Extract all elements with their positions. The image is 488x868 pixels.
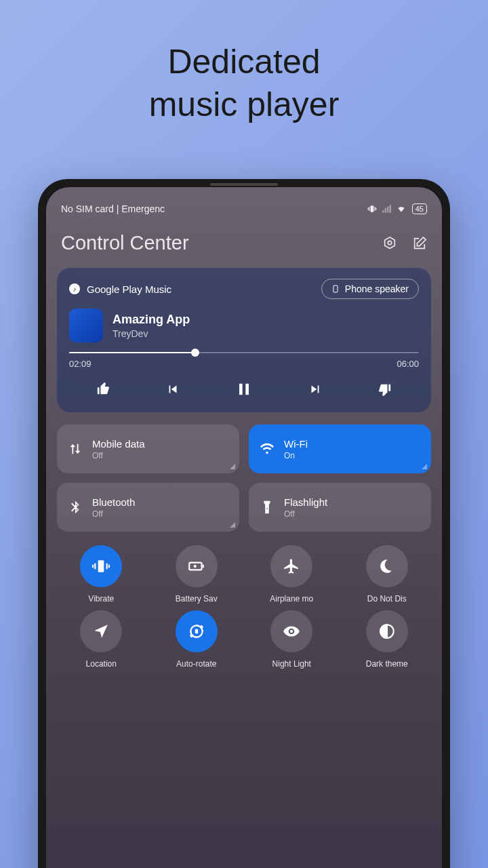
tile-mobile-data[interactable]: Mobile data Off <box>57 425 239 473</box>
signal-icon <box>381 204 392 214</box>
toggle-auto-rotate[interactable]: Auto-rotate <box>152 610 241 669</box>
toggle-dnd[interactable]: Do Not Dis <box>343 545 432 604</box>
progress-thumb[interactable] <box>191 349 199 357</box>
expand-corner-icon <box>422 464 427 469</box>
wifi-status-icon <box>396 204 407 214</box>
battery-indicator: 45 <box>412 203 427 214</box>
dark-theme-icon <box>378 623 396 640</box>
bluetooth-icon <box>68 500 83 515</box>
vibrate-icon <box>92 557 110 575</box>
promo-title: Dedicated music player <box>0 0 488 125</box>
phone-icon <box>331 283 340 294</box>
expand-corner-icon <box>230 464 235 469</box>
tile-bluetooth[interactable]: Bluetooth Off <box>57 483 239 532</box>
settings-icon[interactable] <box>382 236 397 251</box>
flashlight-icon <box>260 500 274 515</box>
progress-bar[interactable] <box>69 352 419 353</box>
phone-frame: No SIM card | Emergenc 45 Control Center <box>38 179 450 868</box>
toggle-location[interactable]: Location <box>57 610 146 669</box>
svg-rect-5 <box>98 560 104 572</box>
svg-point-1 <box>388 241 392 245</box>
tile-title: Mobile data <box>92 438 228 450</box>
pause-button[interactable] <box>233 378 255 400</box>
tile-flashlight[interactable]: Flashlight Off <box>249 483 431 532</box>
toggle-label: Vibrate <box>57 594 146 604</box>
music-source-label: Google Play Music <box>87 283 171 295</box>
moon-icon <box>378 557 396 575</box>
quick-tiles-grid: Mobile data Off Wi-Fi On Bluetooth Off <box>46 412 442 532</box>
auto-rotate-icon <box>188 623 205 640</box>
toggle-label: Dark theme <box>343 659 432 669</box>
vibrate-status-icon <box>367 204 377 214</box>
time-elapsed: 02:09 <box>69 359 92 369</box>
tile-status: Off <box>92 509 228 519</box>
toggle-label: Airplane mo <box>247 594 336 604</box>
toggle-airplane[interactable]: Airplane mo <box>247 545 336 604</box>
tile-status: Off <box>284 509 420 519</box>
previous-button[interactable] <box>164 380 182 398</box>
tile-title: Wi-Fi <box>284 438 420 450</box>
page-title: Control Center <box>61 232 189 254</box>
tile-title: Flashlight <box>284 496 420 508</box>
round-toggles-grid: Vibrate Battery Sav Airplane mo Do Not D… <box>46 532 442 669</box>
toggle-label: Do Not Dis <box>343 594 432 604</box>
phone-screen: No SIM card | Emergenc 45 Control Center <box>46 187 442 868</box>
svg-rect-0 <box>370 205 373 212</box>
toggle-vibrate[interactable]: Vibrate <box>57 545 146 604</box>
promo-line2: music player <box>0 83 488 126</box>
toggle-label: Location <box>57 659 146 669</box>
thumbs-up-button[interactable] <box>95 380 113 398</box>
toggle-label: Auto-rotate <box>152 659 241 669</box>
audio-output-label: Phone speaker <box>345 283 409 294</box>
tile-status: Off <box>92 451 228 460</box>
battery-saver-icon <box>188 557 205 575</box>
promo-line1: Dedicated <box>0 41 488 83</box>
status-bar: No SIM card | Emergenc 45 <box>46 187 442 220</box>
expand-corner-icon <box>230 522 235 528</box>
tile-status: On <box>284 451 420 460</box>
svg-rect-2 <box>333 285 338 292</box>
tile-wifi[interactable]: Wi-Fi On <box>249 425 431 473</box>
thumbs-down-button[interactable] <box>375 380 393 398</box>
svg-rect-8 <box>195 629 198 634</box>
toggle-dark-theme[interactable]: Dark theme <box>343 610 432 669</box>
wifi-icon <box>260 441 274 456</box>
tile-title: Bluetooth <box>92 496 228 508</box>
toggle-label: Battery Sav <box>152 594 241 604</box>
header: Control Center <box>46 220 442 268</box>
status-left-text: No SIM card | Emergenc <box>61 203 165 214</box>
music-source[interactable]: ♪ Google Play Music <box>69 283 171 295</box>
track-artist: TreyDev <box>113 328 419 339</box>
airplane-icon <box>283 557 300 575</box>
location-icon <box>92 623 110 640</box>
status-right: 45 <box>367 203 427 214</box>
svg-rect-4 <box>245 384 249 395</box>
album-art[interactable] <box>69 309 103 342</box>
time-total: 06:00 <box>396 359 419 369</box>
progress-fill <box>69 352 195 353</box>
music-player-card: ♪ Google Play Music Phone speaker Amazin… <box>57 268 431 412</box>
edit-icon[interactable] <box>412 236 427 251</box>
toggle-battery-saver[interactable]: Battery Sav <box>152 545 241 604</box>
audio-output-button[interactable]: Phone speaker <box>321 279 419 299</box>
music-note-icon: ♪ <box>69 283 80 294</box>
next-button[interactable] <box>306 380 324 398</box>
mobile-data-icon <box>68 441 83 456</box>
eye-icon <box>283 623 300 640</box>
svg-rect-3 <box>239 384 243 395</box>
toggle-night-light[interactable]: Night Light <box>247 610 336 669</box>
toggle-label: Night Light <box>247 659 336 669</box>
track-title: Amazing App <box>113 313 419 327</box>
